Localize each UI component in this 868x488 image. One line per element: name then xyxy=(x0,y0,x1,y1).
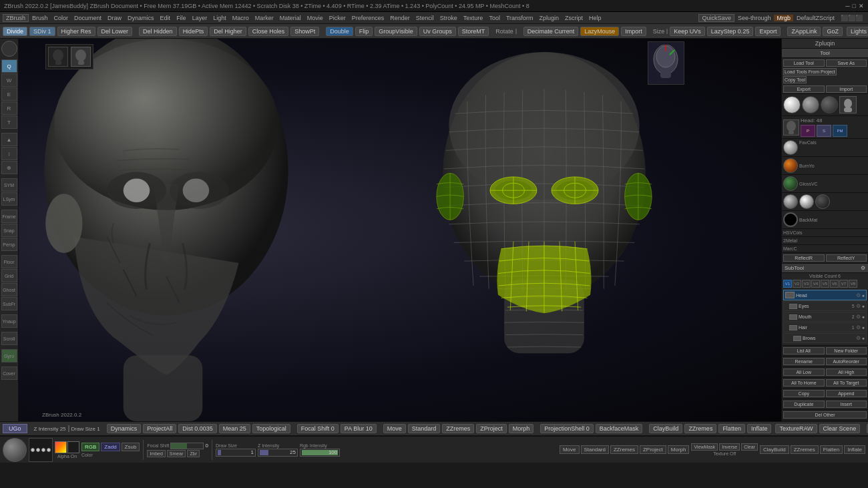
local-symm[interactable]: LSym xyxy=(1,192,17,206)
del-hidden-btn[interactable]: Del Hidden xyxy=(139,27,177,36)
viewmask-btn[interactable]: ViewMask xyxy=(691,443,718,451)
export-btn[interactable]: Export xyxy=(755,27,781,36)
duplicate-btn[interactable]: Duplicate xyxy=(783,401,825,408)
backmat-sphere[interactable] xyxy=(783,212,798,227)
menu-stencil[interactable]: Stencil xyxy=(413,15,437,21)
menu-material[interactable]: Material xyxy=(277,15,304,21)
brush-preview[interactable] xyxy=(1,41,17,57)
subtool-settings-icon[interactable]: ⚙ xyxy=(861,265,865,271)
insert-btn[interactable]: Insert xyxy=(826,401,867,408)
import-btn[interactable]: Import xyxy=(621,27,646,36)
menu-zscript[interactable]: Zscript xyxy=(562,15,586,21)
morph2-btn[interactable]: Morph xyxy=(668,445,690,454)
subtool-eyes[interactable]: Eyes 5 ⚙ ● xyxy=(783,301,867,311)
tool-e[interactable]: E xyxy=(1,87,17,101)
persp-tool[interactable]: Persp xyxy=(1,238,17,251)
menu-edit[interactable]: Edit xyxy=(158,15,174,21)
new-folder-btn[interactable]: New Folder xyxy=(826,347,867,354)
list-all-btn[interactable]: List All xyxy=(783,347,825,354)
dots-preview[interactable] xyxy=(29,438,53,462)
store-mt-btn[interactable]: StoreMT xyxy=(458,27,489,36)
subtool-hair-eye[interactable]: ● xyxy=(862,325,865,330)
standard-btn-b[interactable]: Standard xyxy=(581,445,609,454)
menu-help[interactable]: Help xyxy=(586,15,604,21)
reflect-sphere-1[interactable] xyxy=(783,140,798,155)
mrgb-btn[interactable]: Mrgb xyxy=(774,15,793,21)
symmetry-tool[interactable]: SYM xyxy=(1,178,17,192)
tool-w[interactable]: W xyxy=(1,73,17,87)
menu-brush[interactable]: Brush xyxy=(29,15,51,21)
topological-btn[interactable]: Topological xyxy=(252,424,290,433)
menu-dynamics[interactable]: Dynamics xyxy=(125,15,157,21)
inflate-btn[interactable]: Inflate xyxy=(747,424,772,433)
menu-color[interactable]: Color xyxy=(51,15,71,21)
menu-transform[interactable]: Transform xyxy=(503,15,536,21)
z-zremes3-btn[interactable]: ZZremes xyxy=(610,445,638,454)
hide-pts-btn[interactable]: HidePts xyxy=(179,27,208,36)
mat-sphere-dark[interactable] xyxy=(821,96,838,113)
project-all-btn[interactable]: ProjectAll xyxy=(143,424,176,433)
clear-btn[interactable]: Clear xyxy=(741,443,758,451)
double-btn[interactable]: Double xyxy=(326,27,353,36)
flip-btn[interactable]: Flip xyxy=(355,27,373,36)
basicmat-sphere[interactable] xyxy=(783,194,798,209)
menu-preferences[interactable]: Preferences xyxy=(349,15,387,21)
z-intensity-slider-b[interactable]: 25 xyxy=(258,449,298,457)
brush-name-display[interactable]: UGo xyxy=(3,424,27,433)
reflect-y[interactable]: ReflectY xyxy=(826,254,867,262)
export-tool-btn[interactable]: Export xyxy=(783,85,825,93)
decimate-btn[interactable]: Decimate Current xyxy=(523,27,579,36)
menu-document[interactable]: Document xyxy=(71,15,104,21)
rgb-intensity-slider[interactable]: 100 xyxy=(300,449,340,457)
subtool-head-settings[interactable]: ⚙ xyxy=(856,292,861,298)
imbed-btn-bottom[interactable]: Imbed xyxy=(147,450,165,457)
default-zscript-btn[interactable]: DefaultZScript xyxy=(794,15,837,21)
append-btn[interactable]: Append xyxy=(826,390,867,397)
tool-q[interactable]: Q xyxy=(1,59,17,73)
keep-uvs-btn[interactable]: Keep UVs xyxy=(670,27,705,36)
zapplink-btn[interactable]: ZAppLink xyxy=(787,27,821,36)
scale-tool[interactable]: ⊕ xyxy=(1,161,17,174)
close-holes-btn[interactable]: Close Holes xyxy=(248,27,289,36)
brush-preview-bottom[interactable] xyxy=(3,438,27,462)
draw-size-slider-b[interactable]: 1 xyxy=(216,449,256,457)
lazy-mouse-btn[interactable]: LazyMouse xyxy=(580,27,619,36)
subframe-tool[interactable]: SubFr xyxy=(1,297,17,310)
z-project2-btn[interactable]: ZProject xyxy=(640,445,666,454)
simplemesh-icon[interactable]: S xyxy=(817,125,831,137)
v6-btn[interactable]: V6 xyxy=(830,280,839,288)
polymesh-icon[interactable]: PM xyxy=(833,125,847,137)
v3-btn[interactable]: V3 xyxy=(802,280,811,288)
del-lower-btn[interactable]: Del Lower xyxy=(97,27,133,36)
subtool-brows[interactable]: Brows ⚙ ● xyxy=(783,333,867,343)
del-other-btn[interactable]: Del Other xyxy=(783,411,867,419)
subtool-mouth-eye[interactable]: ● xyxy=(862,314,865,319)
menu-layer[interactable]: Layer xyxy=(190,15,210,21)
standard-btn[interactable]: Standard xyxy=(408,424,441,433)
save-as-btn[interactable]: Save As xyxy=(826,59,867,67)
scroll-tool[interactable]: Scroll xyxy=(1,332,17,345)
inflate2-btn[interactable]: Inflate xyxy=(844,445,865,454)
tool-section-header[interactable]: Tool xyxy=(782,49,868,58)
subtool-header[interactable]: SubTool ⚙ xyxy=(782,264,868,273)
draw-tool[interactable]: ▲ xyxy=(1,133,17,146)
menu-zplugin[interactable]: Zplugin xyxy=(537,15,562,21)
move-btn[interactable]: Move xyxy=(383,424,406,433)
move-tool[interactable]: ↕ xyxy=(1,147,17,160)
canvas-area[interactable]: ZBrush 2022.0.2 xyxy=(19,39,781,421)
menu-light[interactable]: Light xyxy=(210,15,229,21)
subtool-head-eye[interactable]: ● xyxy=(862,293,865,298)
window-minimize[interactable]: ─ xyxy=(845,3,849,9)
backface-mask-btn[interactable]: BackfaceMask xyxy=(596,424,643,433)
subtool-head[interactable]: Head ⚙ ● xyxy=(783,290,867,300)
v4-btn[interactable]: V4 xyxy=(811,280,820,288)
all-high-btn[interactable]: All High xyxy=(826,369,867,376)
load-tools-btn[interactable]: Load Tools From Project xyxy=(783,68,837,75)
group-visible-btn[interactable]: GroupVisible xyxy=(375,27,417,36)
dark-sphere[interactable] xyxy=(815,194,830,209)
clear-scene-btn[interactable]: Clear Scene xyxy=(819,424,861,433)
v8-btn[interactable]: V8 xyxy=(849,280,857,288)
z-zremes-btn[interactable]: ZZremes xyxy=(442,424,474,433)
floor-tool[interactable]: Floor xyxy=(1,255,17,268)
lights-btn[interactable]: Lights xyxy=(847,27,868,36)
